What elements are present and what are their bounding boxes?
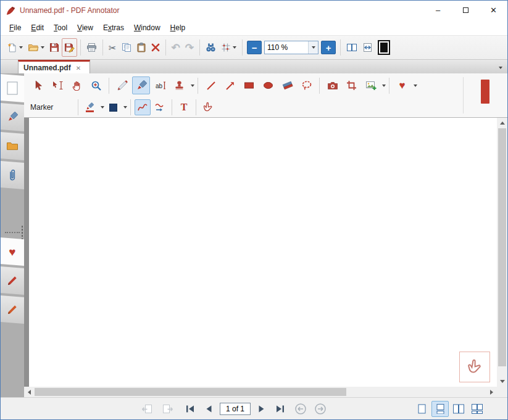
separator (130, 99, 131, 115)
menu-file[interactable]: File (4, 21, 26, 35)
touch-gesture-button[interactable] (200, 99, 216, 115)
scroll-left-button[interactable] (24, 387, 35, 397)
layout-facing-continuous-button[interactable] (468, 401, 486, 417)
layout-continuous-button[interactable] (431, 401, 449, 417)
previous-page-button[interactable] (200, 401, 217, 417)
sidebar-tab-favorites[interactable]: ♥ (1, 237, 24, 266)
rectangle-tool-button[interactable] (240, 76, 258, 94)
delete-button[interactable] (149, 38, 162, 57)
first-page-button[interactable] (181, 401, 199, 417)
tab-overflow-button[interactable] (496, 64, 506, 72)
page-layout-button[interactable] (344, 38, 360, 57)
zoom-out-button[interactable]: − (247, 41, 262, 54)
text-tool-button[interactable]: ab (151, 76, 169, 94)
history-back-button[interactable] (291, 401, 310, 417)
auto-smooth-button[interactable] (152, 99, 168, 115)
menu-view[interactable]: View (72, 21, 98, 35)
next-page-button[interactable] (253, 401, 270, 417)
insert-image-button[interactable] (362, 76, 380, 94)
smooth-lines-toggle[interactable] (135, 99, 151, 115)
sidebar-tab-attachments[interactable] (1, 161, 24, 189)
last-page-button[interactable] (272, 401, 289, 417)
full-page-view-button[interactable] (375, 38, 393, 57)
sidebar-tab-pages[interactable] (1, 74, 24, 102)
layout-single-page-button[interactable] (413, 401, 430, 417)
redo-button[interactable]: ↷ (183, 38, 196, 57)
menu-extras[interactable]: Extras (98, 21, 129, 35)
find-button[interactable] (203, 38, 219, 57)
scroll-up-button[interactable] (497, 118, 507, 128)
save-as-button[interactable] (62, 38, 77, 57)
sidebar-tab-bookmarks[interactable] (1, 132, 24, 160)
zoom-level-combobox (264, 41, 319, 54)
select-text-tool-button[interactable] (49, 76, 67, 94)
main-toolbar: ✂ ↶ ↷ (1, 35, 507, 59)
scroll-down-button[interactable] (497, 376, 507, 387)
sidebar-tab-pen-presets[interactable] (1, 266, 24, 295)
cut-button[interactable]: ✂ (106, 38, 119, 57)
horizontal-scrollbar[interactable] (24, 387, 497, 397)
minimize-button[interactable]: – (424, 1, 452, 20)
touch-pointer-box[interactable] (459, 352, 490, 382)
ellipse-tool-button[interactable] (259, 76, 277, 94)
document-tab[interactable]: Unnamed.pdf ✕ (18, 60, 90, 74)
crop-tool-button[interactable] (343, 76, 360, 94)
pan-tool-button[interactable] (68, 76, 86, 94)
snapshot-tool-button[interactable] (323, 76, 341, 94)
pen-tool-icon (117, 80, 128, 91)
marker-tool-button[interactable] (132, 76, 150, 94)
zoom-tool-button[interactable] (87, 76, 105, 94)
save-button[interactable] (47, 38, 62, 57)
previous-view-button[interactable] (138, 401, 157, 417)
line-tool-button[interactable] (202, 76, 220, 94)
sidebar-tab-pencil-presets[interactable] (1, 295, 24, 324)
next-view-button[interactable] (158, 401, 177, 417)
zoom-in-button[interactable]: + (321, 41, 336, 54)
menu-tool[interactable]: Tool (49, 21, 72, 35)
collapsed-presets-panel-button[interactable] (481, 80, 489, 104)
scroll-right-button[interactable] (486, 387, 497, 397)
marker-color-icon (85, 102, 96, 113)
eraser-tool-button[interactable] (278, 76, 296, 94)
fit-width-button[interactable] (360, 38, 375, 57)
insert-image-caret-icon[interactable] (382, 84, 386, 87)
undo-button[interactable]: ↶ (169, 38, 183, 57)
menu-window[interactable]: Window (129, 21, 165, 35)
separator (198, 78, 198, 94)
menu-help[interactable]: Help (165, 21, 191, 35)
page-number-input[interactable] (220, 403, 251, 415)
zoom-level-input[interactable] (265, 41, 308, 54)
new-document-button[interactable] (4, 38, 25, 57)
history-forward-button[interactable] (311, 401, 330, 417)
vertical-scrollbar[interactable] (497, 118, 507, 387)
stamp-tool-button[interactable] (170, 76, 188, 94)
snap-to-text-button[interactable]: T (176, 99, 192, 115)
stamp-dropdown-caret-icon[interactable] (191, 84, 194, 87)
color-swatch-button[interactable] (105, 99, 121, 115)
sidebar-tab-annotations[interactable] (1, 103, 24, 131)
tab-close-icon[interactable]: ✕ (76, 65, 81, 72)
favorites-button[interactable]: ♥ (393, 76, 411, 94)
lasso-tool-button[interactable] (298, 76, 315, 94)
copy-button[interactable] (119, 38, 134, 57)
marker-color-button[interactable] (82, 99, 98, 115)
vertical-scroll-thumb[interactable] (498, 128, 506, 366)
snap-grid-button[interactable] (219, 38, 239, 57)
pen-tool-button[interactable] (113, 76, 131, 94)
layout-facing-pages-button[interactable] (450, 401, 467, 417)
color-swatch-caret-icon[interactable] (123, 106, 127, 109)
new-dropdown-caret-icon (19, 46, 23, 49)
menu-edit[interactable]: Edit (26, 21, 49, 35)
paste-button[interactable] (134, 38, 149, 57)
select-tool-button[interactable] (30, 76, 48, 94)
print-button[interactable] (84, 38, 99, 57)
sidebar-splitter[interactable] (1, 228, 24, 237)
open-button[interactable] (25, 38, 47, 57)
horizontal-scroll-thumb[interactable] (35, 388, 346, 396)
favorites-caret-icon[interactable] (414, 84, 417, 87)
zoom-dropdown-button[interactable] (308, 41, 318, 54)
maximize-button[interactable] (452, 1, 480, 20)
close-button[interactable]: ✕ (480, 1, 507, 20)
arrow-tool-button[interactable] (221, 76, 239, 94)
document-page[interactable] (29, 118, 497, 387)
